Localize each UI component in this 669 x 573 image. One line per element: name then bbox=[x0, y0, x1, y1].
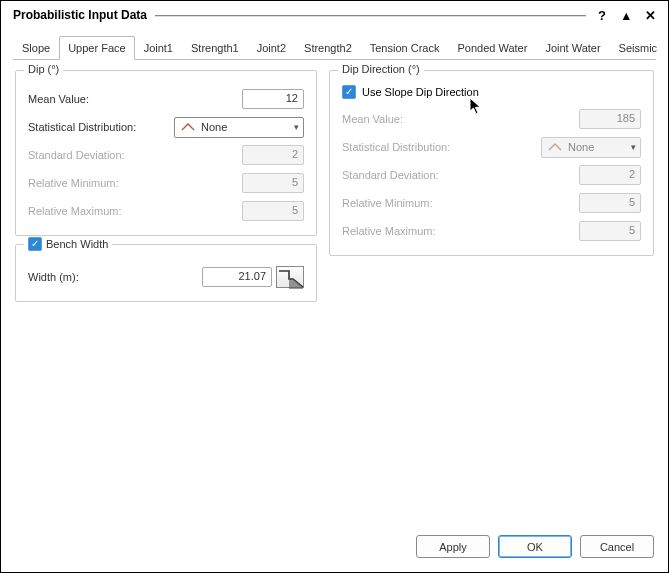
bench-width-legend-text: Bench Width bbox=[46, 238, 108, 250]
tab-joint2[interactable]: Joint2 bbox=[248, 36, 295, 60]
dipdir-relmin-label: Relative Minimum: bbox=[342, 197, 432, 209]
tab-strength2[interactable]: Strength2 bbox=[295, 36, 361, 60]
tab-tension-crack[interactable]: Tension Crack bbox=[361, 36, 449, 60]
tab-slope[interactable]: Slope bbox=[13, 36, 59, 60]
bench-profile-icon[interactable] bbox=[276, 266, 304, 288]
distribution-none-icon bbox=[181, 122, 195, 132]
dipdir-stddev-label: Standard Deviation: bbox=[342, 169, 439, 181]
dipdir-dist-select: None ▾ bbox=[541, 137, 641, 158]
bench-width-checkbox[interactable] bbox=[28, 237, 42, 251]
dip-relmax-input: 5 bbox=[242, 201, 304, 221]
group-dip-legend: Dip (°) bbox=[24, 63, 63, 75]
dialog-window: Probabilistic Input Data ? ▴ ✕ Slope Upp… bbox=[0, 0, 669, 573]
tab-upper-face[interactable]: Upper Face bbox=[59, 36, 134, 60]
dipdir-stddev-input: 2 bbox=[579, 165, 641, 185]
tab-content: Dip (°) Mean Value: 12 Statistical Distr… bbox=[1, 60, 668, 525]
window-title: Probabilistic Input Data bbox=[13, 8, 147, 22]
titlebar-rule bbox=[155, 15, 586, 17]
dip-mean-label: Mean Value: bbox=[28, 93, 89, 105]
left-column: Dip (°) Mean Value: 12 Statistical Distr… bbox=[15, 70, 317, 302]
button-bar: Apply OK Cancel bbox=[1, 525, 668, 572]
dipdir-relmin-input: 5 bbox=[579, 193, 641, 213]
dipdir-mean-input: 185 bbox=[579, 109, 641, 129]
bench-width-input[interactable]: 21.07 bbox=[202, 267, 272, 287]
tab-ponded-water[interactable]: Ponded Water bbox=[448, 36, 536, 60]
bench-width-label: Width (m): bbox=[28, 271, 79, 283]
right-column: Dip Direction (°) Use Slope Dip Directio… bbox=[329, 70, 654, 256]
apply-button[interactable]: Apply bbox=[416, 535, 490, 558]
titlebar: Probabilistic Input Data ? ▴ ✕ bbox=[1, 1, 668, 27]
dipdir-dist-value: None bbox=[568, 141, 594, 153]
chevron-down-icon: ▾ bbox=[294, 122, 299, 132]
dipdir-dist-label: Statistical Distribution: bbox=[342, 141, 450, 153]
group-dip-direction: Dip Direction (°) Use Slope Dip Directio… bbox=[329, 70, 654, 256]
help-button[interactable]: ? bbox=[594, 7, 610, 23]
dip-mean-input[interactable]: 12 bbox=[242, 89, 304, 109]
dipdir-relmax-label: Relative Maximum: bbox=[342, 225, 436, 237]
close-button[interactable]: ✕ bbox=[642, 7, 658, 23]
use-slope-dip-label: Use Slope Dip Direction bbox=[362, 86, 479, 98]
group-dipdir-legend: Dip Direction (°) bbox=[338, 63, 424, 75]
tab-joint1[interactable]: Joint1 bbox=[135, 36, 182, 60]
dip-relmax-label: Relative Maximum: bbox=[28, 205, 122, 217]
group-dip: Dip (°) Mean Value: 12 Statistical Distr… bbox=[15, 70, 317, 236]
dip-stddev-label: Standard Deviation: bbox=[28, 149, 125, 161]
dip-dist-select[interactable]: None ▾ bbox=[174, 117, 304, 138]
group-bench-width: Bench Width Width (m): 21.07 bbox=[15, 244, 317, 302]
tab-joint-water[interactable]: Joint Water bbox=[536, 36, 609, 60]
use-slope-dip-checkbox[interactable] bbox=[342, 85, 356, 99]
collapse-button[interactable]: ▴ bbox=[618, 7, 634, 23]
dip-stddev-input: 2 bbox=[242, 145, 304, 165]
dipdir-mean-label: Mean Value: bbox=[342, 113, 403, 125]
dip-dist-label: Statistical Distribution: bbox=[28, 121, 136, 133]
ok-button[interactable]: OK bbox=[498, 535, 572, 558]
tab-seismic[interactable]: Seismic bbox=[610, 36, 667, 60]
dipdir-relmax-input: 5 bbox=[579, 221, 641, 241]
tabstrip: Slope Upper Face Joint1 Strength1 Joint2… bbox=[13, 35, 656, 60]
distribution-none-icon bbox=[548, 142, 562, 152]
chevron-down-icon: ▾ bbox=[631, 142, 636, 152]
group-bench-legend: Bench Width bbox=[24, 237, 112, 251]
dip-relmin-input: 5 bbox=[242, 173, 304, 193]
dip-relmin-label: Relative Minimum: bbox=[28, 177, 118, 189]
dip-dist-value: None bbox=[201, 121, 227, 133]
cancel-button[interactable]: Cancel bbox=[580, 535, 654, 558]
tab-strength1[interactable]: Strength1 bbox=[182, 36, 248, 60]
